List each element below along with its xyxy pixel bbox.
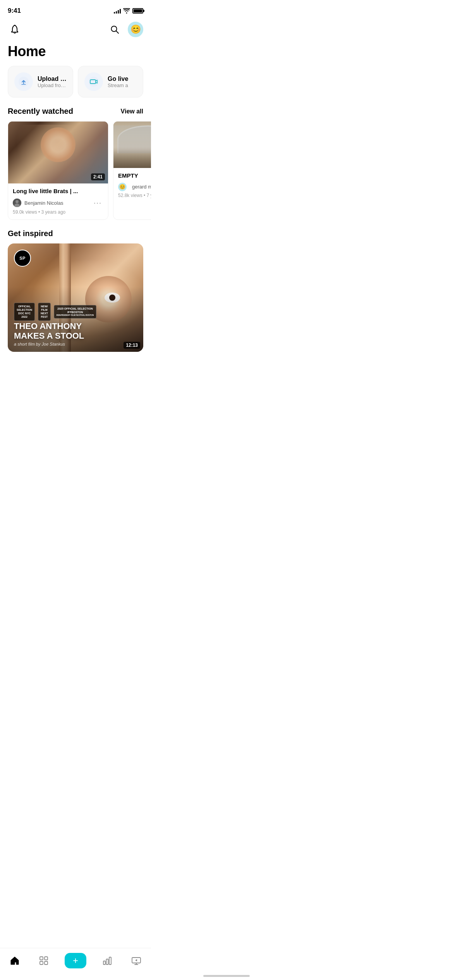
author-avatar-1	[13, 199, 21, 207]
golive-card-text: Go live Stream a	[108, 75, 128, 88]
top-nav: 😊	[0, 19, 151, 42]
festival-badge-docnyc: OFFICIAL SELECTION DOC NYC 2022	[14, 303, 35, 320]
video-title-1: Long live little Brats | ...	[13, 187, 103, 195]
action-cards: Upload video Upload from your device Go …	[0, 66, 151, 107]
video-card-girl[interactable]: 2:41 Long live little Brats | ... Benjam…	[8, 121, 108, 220]
upload-card-text: Upload video Upload from your device	[38, 75, 67, 88]
upload-card-title: Upload video	[38, 75, 67, 82]
video-stats-1: 59.0k views • 3 years ago	[13, 209, 103, 215]
video-thumb-girl: 2:41	[8, 122, 108, 183]
recently-watched-title: Recently watched	[8, 107, 73, 116]
status-icons	[114, 8, 143, 14]
golive-card-subtitle: Stream a	[108, 82, 128, 88]
sp-badge: SP	[14, 250, 31, 267]
more-options-btn-1[interactable]: ···	[92, 198, 103, 208]
video-author-row-2: 😊 gerard montero	[118, 183, 151, 191]
page-title: Home	[0, 42, 151, 66]
get-inspired-title: Get inspired	[8, 229, 143, 238]
nav-right-icons: 😊	[108, 22, 143, 37]
upload-card-subtitle: Upload from your device	[38, 82, 67, 88]
go-live-card[interactable]: Go live Stream a	[78, 66, 143, 98]
signal-icon	[114, 8, 121, 14]
recently-watched-header: Recently watched View all	[0, 107, 151, 121]
upload-icon-wrap	[14, 72, 33, 91]
festival-badge-filmnext: NEW/ FILM NEXT FEST	[38, 303, 51, 320]
author-name-2: gerard montero	[132, 184, 151, 190]
golive-card-title: Go live	[108, 75, 128, 82]
video-info-2: EMPTY 😊 gerard montero 52.8k views • 7 y…	[113, 168, 151, 203]
inspired-card[interactable]: SP OFFICIAL SELECTION DOC NYC 2022 NEW/ …	[8, 243, 143, 352]
video-meta-row-1: Benjamin Nicolas ···	[13, 198, 103, 208]
author-avatar-2: 😊	[118, 183, 127, 191]
svg-line-1	[116, 31, 118, 33]
inspired-duration: 12:13	[124, 342, 140, 349]
festival-badge-iffboston: 2025 OFFICIAL SELECTION IFFBOSTON INDEPE…	[54, 305, 97, 319]
camera-icon-wrap	[84, 72, 103, 91]
notification-bell-icon[interactable]	[8, 22, 22, 36]
status-bar: 9:41	[0, 0, 151, 19]
inspired-film-subtitle: a short film by Joe Stankus	[14, 342, 65, 346]
video-info-1: Long live little Brats | ... Benjamin Ni…	[8, 183, 108, 219]
wifi-icon	[123, 8, 130, 14]
get-inspired-section: Get inspired SP OFFICIAL SELECTION DOC N…	[0, 229, 151, 391]
author-name-1: Benjamin Nicolas	[24, 200, 63, 206]
video-title-2: EMPTY	[118, 172, 151, 180]
video-card-building[interactable]: EMPTY 😊 gerard montero 52.8k views • 7 y…	[113, 121, 151, 220]
thumb-bg-building	[113, 122, 151, 168]
search-icon[interactable]	[108, 22, 122, 36]
battery-icon	[132, 8, 143, 14]
film-festival-badges: OFFICIAL SELECTION DOC NYC 2022 NEW/ FIL…	[14, 303, 96, 320]
video-thumb-building	[113, 122, 151, 168]
avatar-emoji: 😊	[130, 24, 141, 34]
status-time: 9:41	[8, 7, 21, 15]
video-stats-2: 52.8k views • 7 year...	[118, 193, 151, 198]
inspired-film-title: THEO ANTHONYMAKES A STOOL	[14, 321, 84, 341]
view-all-link[interactable]: View all	[121, 108, 143, 115]
upload-video-card[interactable]: Upload video Upload from your device	[8, 66, 73, 98]
avatar[interactable]: 😊	[128, 22, 143, 37]
svg-point-6	[15, 200, 19, 203]
video-duration-1: 2:41	[91, 173, 105, 180]
inspired-thumb: SP OFFICIAL SELECTION DOC NYC 2022 NEW/ …	[8, 243, 143, 352]
video-author-row-1: Benjamin Nicolas	[13, 199, 63, 207]
recently-watched-scroll: 2:41 Long live little Brats | ... Benjam…	[0, 121, 151, 229]
